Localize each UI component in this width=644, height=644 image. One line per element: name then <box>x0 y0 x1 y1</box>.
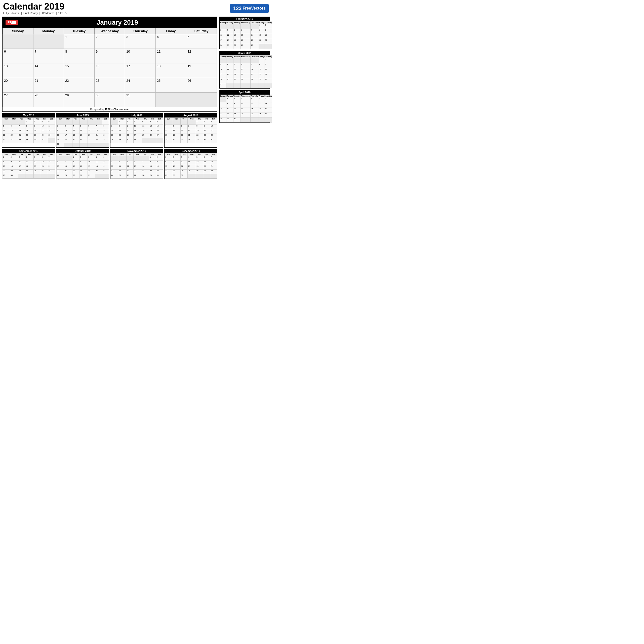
table-row: 6789101112 <box>3 49 217 63</box>
calendar-cell: 29 <box>102 138 109 143</box>
calendar-cell: 14 <box>187 129 196 134</box>
calendar-cell: 28 <box>48 170 55 174</box>
calendar-cell <box>95 143 102 147</box>
table-row: 567891011 <box>3 125 55 129</box>
calendar-cell: 26 <box>233 78 240 83</box>
june-calendar: June 2019SunMonTueWedThuFriSat1234567891… <box>56 113 109 148</box>
calendar-cell: 29 <box>64 93 95 107</box>
july-header: July 2019 <box>110 113 163 117</box>
calendar-cell: 20 <box>264 107 272 112</box>
calendar-cell: 7 <box>64 160 72 165</box>
table-row: 2425262728 <box>220 44 272 49</box>
calendar-cell: 4 <box>48 120 55 125</box>
table-row: 10111213141516 <box>220 68 272 73</box>
calendar-cell <box>72 120 79 125</box>
april-calendar: April 2019SundayMondayTuesdayWednesdayTh… <box>219 90 270 123</box>
calendar-cell: 27 <box>264 112 272 117</box>
calendar-cell: 11 <box>226 68 233 73</box>
calendar-cell: 3 <box>240 97 251 102</box>
calendar-cell: 13 <box>88 129 95 134</box>
calendar-cell: 13 <box>156 125 163 129</box>
calendar-cell: 2 <box>33 120 41 125</box>
calendar-cell <box>41 174 48 179</box>
calendar-cell: 26 <box>172 138 181 143</box>
calendar-cell <box>203 174 210 179</box>
calendar-cell: 18 <box>118 170 127 174</box>
calendar-cell <box>264 83 272 88</box>
calendar-cell: 21 <box>64 170 72 174</box>
september-calendar: September 2019SunMonTueWedThuFriSat12345… <box>2 149 55 179</box>
calendar-cell: 8 <box>149 160 156 165</box>
calendar-cell: 7 <box>18 125 25 129</box>
calendar-cell: 15 <box>196 129 203 134</box>
attribution-prefix: Designed by <box>90 108 105 111</box>
calendar-cell: 12 <box>102 160 109 165</box>
february-header: February 2019 <box>220 17 269 21</box>
calendar-cell <box>220 24 226 29</box>
table-row: 3456789 <box>111 160 163 165</box>
calendar-cell: 5 <box>186 34 217 49</box>
calendar-cell <box>111 156 118 160</box>
table-row: 1234567 <box>165 156 217 160</box>
calendar-cell: 28 <box>111 138 118 143</box>
calendar-cell <box>259 117 264 123</box>
january-header: FREE January 2019 <box>3 17 217 28</box>
calendar-cell <box>240 83 251 88</box>
calendar-cell: 20 <box>57 170 64 174</box>
attribution: Designed by 123FreeVectors.com <box>3 107 217 111</box>
calendar-cell: 25 <box>226 44 233 49</box>
calendar-cell: 10 <box>240 102 251 107</box>
calendar-cell <box>259 44 264 49</box>
header-subtitle: Fully Editable | Print Ready | 12 Months… <box>3 12 67 15</box>
calendar-cell: 18 <box>251 107 259 112</box>
calendar-cell: 30 <box>33 138 41 143</box>
calendar-cell: 23 <box>79 170 88 174</box>
calendar-cell: 2 <box>156 156 163 160</box>
calendar-cell: 9 <box>264 63 272 68</box>
calendar-cell: 15 <box>118 129 127 134</box>
calendar-cell: 17 <box>240 107 251 112</box>
calendar-cell: 31 <box>41 138 48 143</box>
calendar-cell: 5 <box>233 29 240 34</box>
calendar-cell <box>264 117 272 123</box>
calendar-cell: 5 <box>3 125 10 129</box>
calendar-cell: 1 <box>259 24 264 29</box>
calendar-cell: 14 <box>64 165 72 170</box>
calendar-cell: 17 <box>111 170 118 174</box>
table-row: 12 <box>111 156 163 160</box>
calendar-cell: 28 <box>187 138 196 143</box>
table-row: 2930 <box>3 174 55 179</box>
calendar-cell: 31 <box>133 138 142 143</box>
calendar-cell: 13 <box>181 129 188 134</box>
calendar-cell <box>142 156 149 160</box>
calendar-cell: 6 <box>133 160 142 165</box>
calendar-cell: 23 <box>33 134 41 138</box>
calendar-cell: 9 <box>94 49 125 63</box>
calendar-cell: 22 <box>102 134 109 138</box>
calendar-cell: 13 <box>203 160 210 165</box>
calendar-cell: 30 <box>79 174 88 179</box>
calendar-cell: 11 <box>95 160 102 165</box>
calendar-cell <box>220 97 226 102</box>
calendar-cell: 10 <box>41 125 48 129</box>
calendar-cell: 7 <box>251 63 259 68</box>
attribution-brand: 123FreeVectors.com <box>105 108 129 111</box>
table-row: 10111213141516 <box>111 165 163 170</box>
calendar-cell: 18 <box>72 134 79 138</box>
calendar-cell: 19 <box>233 73 240 78</box>
calendar-cell: 25 <box>251 112 259 117</box>
calendar-cell: 1 <box>3 156 10 160</box>
calendar-cell <box>64 156 72 160</box>
calendar-cell <box>251 117 259 123</box>
calendar-cell <box>156 138 163 143</box>
table-row: 282930 <box>220 117 272 123</box>
september-grid: SunMonTueWedThuFriSat1234567891011121314… <box>2 153 55 179</box>
table-row: 12 <box>220 24 272 29</box>
september-header: September 2019 <box>2 149 55 153</box>
table-row: 2728293031 <box>3 93 217 107</box>
calendar-cell: 26 <box>33 170 41 174</box>
calendar-cell <box>187 120 196 125</box>
calendar-cell: 25 <box>142 134 149 138</box>
calendar-cell: 4 <box>187 156 196 160</box>
calendar-cell: 11 <box>187 160 196 165</box>
